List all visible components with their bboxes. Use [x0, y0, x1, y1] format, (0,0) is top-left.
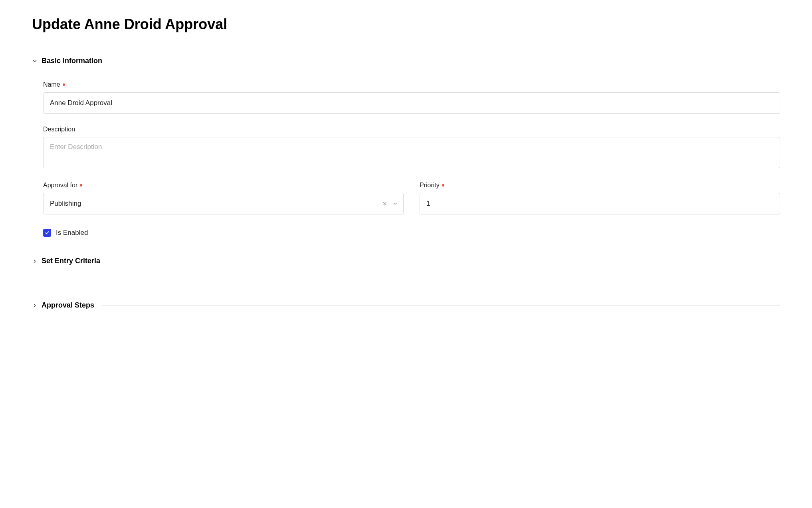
- field-priority: Priority: [420, 182, 780, 214]
- section-header-approval-steps[interactable]: Approval Steps: [32, 301, 780, 310]
- section-divider: [108, 261, 780, 261]
- section-divider: [102, 305, 780, 306]
- approval-for-value: Publishing: [43, 193, 404, 214]
- section-entry-criteria: Set Entry Criteria: [32, 257, 780, 265]
- row-approval-priority: Approval for Publishing: [43, 182, 780, 226]
- label-name: Name: [43, 81, 780, 88]
- field-approval-for: Approval for Publishing: [43, 182, 404, 214]
- required-indicator-icon: [80, 184, 82, 187]
- section-title-entry-criteria: Set Entry Criteria: [42, 257, 100, 265]
- section-approval-steps: Approval Steps: [32, 301, 780, 310]
- field-is-enabled: Is Enabled: [43, 229, 780, 237]
- label-priority: Priority: [420, 182, 780, 189]
- label-description: Description: [43, 126, 780, 133]
- section-title-approval-steps: Approval Steps: [42, 301, 94, 310]
- section-title-basic-information: Basic Information: [42, 57, 102, 65]
- description-input[interactable]: [43, 137, 780, 168]
- approval-for-value-text: Publishing: [50, 200, 81, 208]
- field-name: Name: [43, 81, 780, 114]
- select-icons: [381, 200, 399, 207]
- section-body-basic-information: Name Description Approval for Publishi: [32, 81, 780, 237]
- is-enabled-checkbox[interactable]: [43, 229, 51, 237]
- chevron-down-icon: [32, 58, 38, 64]
- name-input[interactable]: [43, 92, 780, 114]
- approval-for-select[interactable]: Publishing: [43, 193, 404, 214]
- section-header-entry-criteria[interactable]: Set Entry Criteria: [32, 257, 780, 265]
- chevron-right-icon: [32, 258, 38, 264]
- section-header-basic-information[interactable]: Basic Information: [32, 57, 780, 65]
- priority-input[interactable]: [420, 193, 780, 214]
- required-indicator-icon: [63, 83, 65, 86]
- label-name-text: Name: [43, 81, 60, 88]
- section-divider: [110, 61, 780, 61]
- field-description: Description: [43, 126, 780, 170]
- label-priority-text: Priority: [420, 182, 440, 189]
- required-indicator-icon: [442, 184, 444, 187]
- section-basic-information: Basic Information Name Description Appro…: [32, 57, 780, 237]
- chevron-right-icon: [32, 303, 38, 308]
- page-title: Update Anne Droid Approval: [32, 16, 780, 33]
- label-approval-for: Approval for: [43, 182, 404, 189]
- is-enabled-label: Is Enabled: [56, 229, 88, 237]
- label-description-text: Description: [43, 126, 75, 133]
- check-icon: [45, 230, 50, 235]
- chevron-down-icon[interactable]: [392, 200, 399, 207]
- label-approval-for-text: Approval for: [43, 182, 77, 189]
- clear-icon[interactable]: [381, 200, 388, 207]
